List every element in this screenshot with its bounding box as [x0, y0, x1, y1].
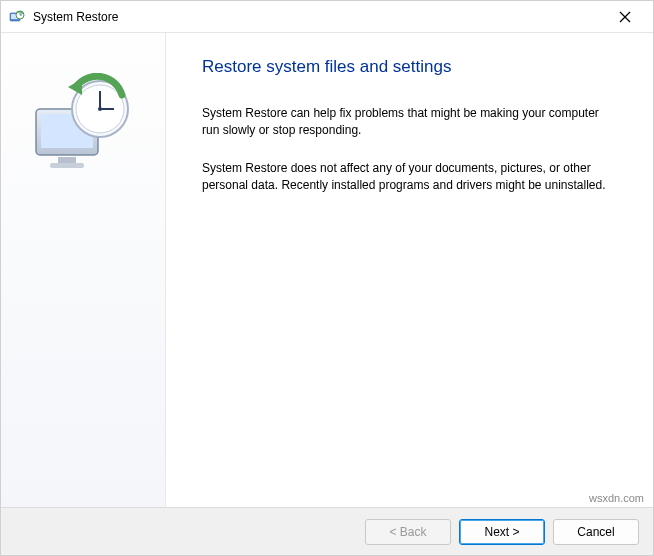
svg-point-14 [98, 107, 102, 111]
next-button[interactable]: Next > [459, 519, 545, 545]
svg-rect-9 [50, 163, 84, 168]
page-heading: Restore system files and settings [202, 57, 617, 77]
wizard-body: Restore system files and settings System… [1, 33, 653, 507]
titlebar: System Restore [1, 1, 653, 33]
cancel-button[interactable]: Cancel [553, 519, 639, 545]
back-button: < Back [365, 519, 451, 545]
description-paragraph-1: System Restore can help fix problems tha… [202, 105, 617, 140]
window-title: System Restore [33, 10, 605, 24]
wizard-sidebar [1, 33, 166, 507]
close-icon [619, 11, 631, 23]
svg-marker-15 [68, 79, 82, 95]
close-button[interactable] [605, 3, 645, 31]
restore-illustration-icon [28, 73, 138, 183]
watermark-text: wsxdn.com [589, 492, 644, 504]
description-paragraph-2: System Restore does not affect any of yo… [202, 160, 617, 195]
wizard-footer: < Back Next > Cancel [1, 507, 653, 555]
system-restore-icon [9, 9, 25, 25]
svg-rect-8 [58, 157, 76, 163]
system-restore-window: System Restore [0, 0, 654, 556]
wizard-content: Restore system files and settings System… [166, 33, 653, 507]
